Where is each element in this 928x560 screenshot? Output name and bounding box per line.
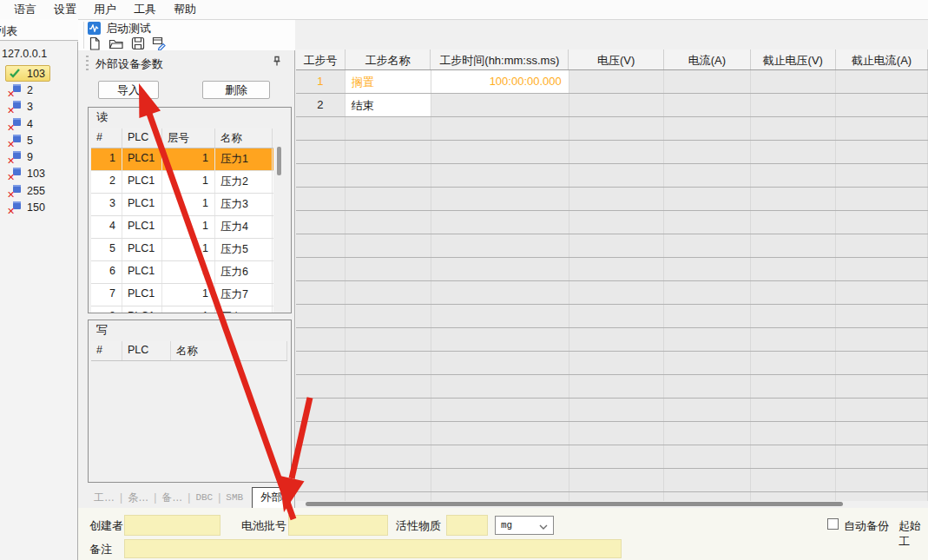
table-row[interactable] (296, 375, 928, 399)
cell[interactable] (664, 188, 750, 210)
cell[interactable] (569, 281, 665, 304)
pin-icon[interactable] (272, 56, 282, 69)
cell[interactable] (569, 164, 665, 187)
cell[interactable] (751, 141, 836, 163)
table-row[interactable] (296, 399, 928, 422)
step-name-cell[interactable] (346, 445, 431, 468)
channel-item[interactable]: 103 (0, 65, 77, 82)
cell[interactable] (569, 211, 665, 234)
step-time-cell[interactable] (431, 94, 569, 116)
cell[interactable] (664, 211, 750, 234)
cell[interactable] (664, 70, 750, 93)
step-time-cell[interactable] (431, 281, 569, 304)
step-name-cell[interactable] (346, 258, 431, 280)
cell[interactable] (836, 94, 928, 116)
cell[interactable] (751, 469, 836, 491)
save-as-icon[interactable] (152, 36, 168, 51)
step-name-cell[interactable]: 结束 (346, 94, 431, 116)
cell[interactable] (836, 305, 928, 327)
step-name-cell[interactable] (346, 422, 431, 445)
new-file-icon[interactable] (87, 36, 102, 51)
step-time-cell[interactable] (431, 352, 569, 374)
step-name-cell[interactable] (346, 375, 431, 398)
step-name-cell[interactable] (346, 328, 431, 351)
cell[interactable] (836, 258, 928, 280)
cell[interactable] (836, 117, 928, 140)
channel-item[interactable]: ✕4 (0, 115, 77, 132)
cell[interactable] (836, 70, 928, 93)
menu-item[interactable]: 工具 (125, 2, 165, 17)
remark-input[interactable] (124, 539, 622, 558)
step-name-cell[interactable] (346, 492, 431, 501)
battery-batch-input[interactable] (288, 515, 388, 536)
step-name-cell[interactable] (346, 211, 431, 234)
step-time-cell[interactable] (431, 399, 569, 421)
cell[interactable] (664, 305, 750, 327)
cell[interactable] (664, 117, 750, 140)
horizontal-scrollbar[interactable] (306, 502, 843, 506)
menu-item[interactable]: 设置 (45, 2, 85, 17)
auto-backup-checkbox[interactable] (827, 518, 839, 530)
table-row[interactable]: 7PLC11压力7 (91, 284, 273, 306)
cell[interactable] (836, 188, 928, 210)
cell[interactable] (751, 399, 836, 421)
cell[interactable] (569, 469, 665, 491)
creator-input[interactable] (124, 515, 220, 536)
channel-item[interactable]: ✕5 (0, 132, 77, 148)
cell[interactable] (751, 188, 836, 210)
import-button[interactable]: 导入 (98, 81, 159, 99)
cell[interactable] (569, 141, 665, 163)
step-time-cell[interactable] (431, 188, 569, 210)
cell[interactable] (664, 445, 750, 468)
channel-item[interactable]: ✕9 (0, 148, 77, 165)
table-row[interactable]: 6PLC11压力6 (91, 261, 273, 284)
table-row[interactable] (296, 164, 928, 188)
cell[interactable] (751, 211, 836, 234)
step-name-cell[interactable] (346, 469, 431, 491)
channel-item[interactable]: ✕2 (0, 82, 77, 98)
start-test-button[interactable]: 启动测试 (88, 21, 151, 36)
table-row[interactable]: 8PLC11压力8 (91, 306, 273, 313)
device-tab[interactable]: 条… (122, 491, 154, 505)
tab-external-active[interactable]: 外部 (252, 487, 291, 509)
save-icon[interactable] (130, 36, 146, 51)
step-time-cell[interactable] (431, 141, 569, 163)
table-row[interactable] (296, 234, 928, 258)
table-row[interactable] (296, 445, 928, 469)
cell[interactable] (569, 422, 665, 445)
cell[interactable] (836, 141, 928, 163)
read-table-scrollbar[interactable] (277, 147, 281, 175)
cell[interactable] (664, 352, 750, 374)
table-row[interactable] (296, 117, 928, 141)
channel-item[interactable]: ✕255 (0, 182, 77, 199)
cell[interactable] (751, 281, 836, 304)
cell[interactable] (836, 164, 928, 187)
cell[interactable] (569, 492, 665, 501)
cell[interactable] (664, 281, 750, 304)
cell[interactable] (751, 117, 836, 140)
table-row[interactable] (296, 328, 928, 352)
cell[interactable] (836, 281, 928, 304)
channel-item[interactable]: ✕150 (0, 199, 77, 215)
table-row[interactable]: 4PLC11压力4 (91, 216, 273, 239)
cell[interactable] (664, 164, 750, 187)
cell[interactable] (569, 328, 665, 351)
menu-item[interactable]: 用户 (85, 2, 125, 17)
step-name-cell[interactable]: 搁置 (346, 70, 431, 93)
cell[interactable] (836, 211, 928, 234)
step-time-cell[interactable] (431, 445, 569, 468)
cell[interactable] (664, 399, 750, 421)
cell[interactable] (569, 94, 665, 116)
table-row[interactable] (296, 211, 928, 234)
menu-item[interactable]: 语言 (5, 2, 45, 17)
cell[interactable] (664, 375, 750, 398)
cell[interactable] (751, 234, 836, 257)
cell[interactable] (569, 70, 665, 93)
cell[interactable] (751, 352, 836, 374)
table-row[interactable]: 3PLC11压力3 (91, 194, 273, 216)
cell[interactable] (751, 94, 836, 116)
active-material-input[interactable] (446, 515, 488, 536)
cell[interactable] (569, 352, 665, 374)
cell[interactable] (751, 305, 836, 327)
cell[interactable] (569, 117, 665, 140)
